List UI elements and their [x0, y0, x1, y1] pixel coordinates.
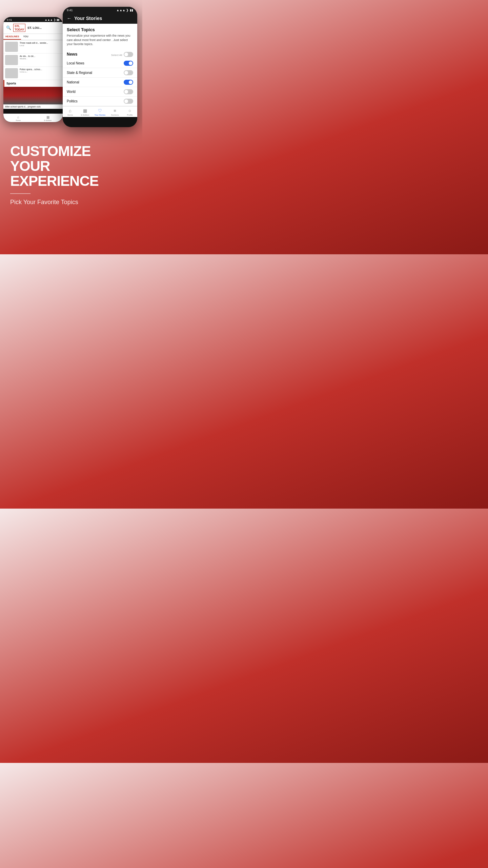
news-select-all-toggle[interactable]	[124, 52, 133, 57]
front-home-icon: ⌂	[69, 108, 72, 113]
topic-local-news-label: Local News	[67, 61, 84, 65]
front-status-bar: 9:41 ▲▲▲ ❯ ▮▮	[63, 7, 137, 13]
back-news-cat-2: Weathe...	[20, 58, 35, 60]
tagline-main: CUSTOMIZE YOUR EXPERIENCE	[10, 144, 132, 189]
back-nav-eedition-label: E-Edition	[44, 119, 52, 121]
front-nav-home-label: Home	[67, 114, 73, 116]
front-nav-sections[interactable]: ≡ Sections	[107, 108, 122, 116]
front-icons: ▲▲▲ ❯ ▮▮	[116, 8, 133, 12]
news-section-label: News	[67, 52, 77, 57]
front-nav-home[interactable]: ⌂ Home	[63, 108, 78, 116]
back-news-item-2: As sto... to cle... Weathe...	[3, 54, 63, 67]
topic-local-news: Local News	[63, 59, 137, 68]
back-sports-image	[3, 87, 63, 104]
back-news-text-2: As sto... to cle...	[20, 55, 35, 58]
front-eedition-icon: ▦	[83, 108, 87, 113]
back-logo-abbr: STLTODAY	[13, 24, 25, 32]
topic-state-regional: State & Regional	[63, 68, 137, 78]
back-sports-caption: After-school sports d... program cuts	[3, 104, 63, 109]
front-nav-your-stories-label: Your Stories	[95, 114, 105, 116]
front-nav-eedition[interactable]: ▦ E-Edition	[78, 108, 93, 116]
front-app-header: ← Your Stories	[63, 13, 137, 24]
news-select-all-label: Select All	[111, 54, 122, 57]
back-arrow-icon[interactable]: ←	[67, 16, 72, 21]
front-nav-eedition-label: E-Edition	[81, 114, 89, 116]
back-news-thumb-1	[5, 42, 18, 52]
front-your-stories-icon: ♡	[98, 108, 102, 113]
topic-national: National	[63, 78, 137, 87]
front-header-title: Your Stories	[74, 16, 102, 21]
front-sections-icon: ≡	[114, 108, 116, 113]
back-tab-you[interactable]: YOU	[21, 34, 30, 40]
back-home-icon: ⌂	[17, 115, 19, 119]
back-time: 9:41	[7, 18, 12, 21]
front-nav-your-stories[interactable]: ♡ Your Stories	[93, 108, 107, 116]
front-profile-icon: ○	[128, 108, 131, 113]
back-tab-headlines[interactable]: HEADLINES	[3, 34, 21, 40]
back-bottom-nav: ⌂ Home ▦ E-Edition	[3, 114, 63, 122]
back-news-list: Three roads will cl... weeke... Local As…	[3, 40, 63, 109]
topic-national-label: National	[67, 80, 79, 84]
topic-politics-label: Politics	[67, 99, 78, 103]
tagline-line3: EXPERIENCE	[10, 174, 132, 189]
tagline-divider	[10, 193, 30, 194]
back-news-thumb-3	[5, 68, 18, 78]
back-app-header: 🔍 STLTODAY ST. LOU...	[3, 22, 63, 34]
back-icons: ▲▲▲ ❯ ▮▮	[45, 18, 59, 21]
back-nav-home-label: Home	[16, 119, 21, 121]
news-section-header: News Select All	[63, 49, 137, 59]
tagline-subtitle: Pick Your Favorite Topics	[10, 199, 132, 206]
back-nav-home[interactable]: ⌂ Home	[3, 115, 33, 121]
front-nav-sections-label: Sections	[111, 114, 119, 116]
back-sports-section: Sports	[3, 80, 63, 87]
back-news-text-1: Three roads will cl... weeke...	[20, 42, 48, 44]
bottom-section: CUSTOMIZE YOUR EXPERIENCE Pick Your Favo…	[0, 136, 142, 216]
back-news-item-3: Police opera... schoo... Crime a...	[3, 67, 63, 80]
tagline-line2: YOUR	[10, 159, 132, 174]
topic-politics: Politics	[63, 97, 137, 106]
topic-state-regional-toggle[interactable]	[124, 70, 133, 75]
back-nav-tabs: HEADLINES YOU	[3, 34, 63, 40]
topic-politics-toggle[interactable]	[124, 99, 133, 104]
back-news-item-1: Three roads will cl... weeke... Local	[3, 40, 63, 54]
select-topics-desc: Personalize your experience with the new…	[63, 34, 137, 49]
search-icon[interactable]: 🔍	[6, 25, 11, 30]
front-nav-profile-label: Profile	[127, 114, 133, 116]
back-status-bar: 9:41 ▲▲▲ ❯ ▮▮	[3, 17, 63, 22]
front-time: 9:41	[67, 8, 73, 12]
topic-world: World	[63, 87, 137, 97]
phone-front: 9:41 ▲▲▲ ❯ ▮▮ ← Your Stories Select Topi…	[63, 7, 137, 127]
tagline-line1: CUSTOMIZE	[10, 144, 132, 159]
back-news-cat-3: Crime a...	[20, 71, 42, 73]
front-bottom-nav: ⌂ Home ▦ E-Edition ♡ Your Stories ≡ Sect…	[63, 106, 137, 117]
back-news-cat-1: Local	[20, 44, 48, 46]
topic-world-toggle[interactable]	[124, 89, 133, 94]
back-news-text-3: Police opera... schoo...	[20, 68, 42, 71]
topic-state-regional-label: State & Regional	[67, 71, 92, 75]
select-topics-title: Select Topics	[63, 24, 137, 34]
back-nav-eedition[interactable]: ▦ E-Edition	[33, 115, 63, 121]
topic-national-toggle[interactable]	[124, 80, 133, 85]
phone-back: 9:41 ▲▲▲ ❯ ▮▮ 🔍 STLTODAY ST. LOU... HEAD…	[3, 17, 63, 122]
front-screen-body: Select Topics Personalize your experienc…	[63, 24, 137, 117]
phones-container: 9:41 ▲▲▲ ❯ ▮▮ 🔍 STLTODAY ST. LOU... HEAD…	[3, 7, 139, 129]
topic-world-label: World	[67, 90, 76, 94]
back-logo-name: ST. LOU...	[27, 26, 42, 29]
topic-local-news-toggle[interactable]	[124, 61, 133, 66]
back-news-thumb-2	[5, 55, 18, 65]
front-nav-profile[interactable]: ○ Profile	[122, 108, 137, 116]
back-eedition-icon: ▦	[46, 115, 49, 119]
